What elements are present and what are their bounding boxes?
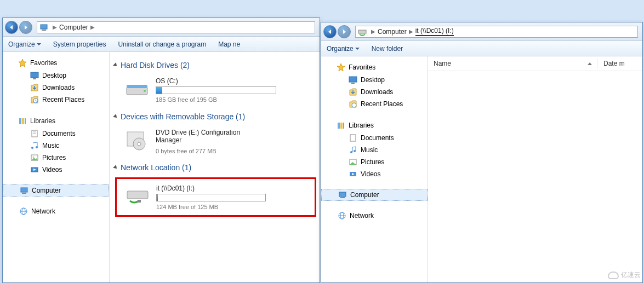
hdd-icon <box>124 77 150 99</box>
breadcrumb-computer[interactable]: Computer <box>378 28 407 36</box>
sidebar-item-music[interactable]: Music <box>321 144 428 156</box>
sidebar-item-label: Documents <box>42 130 76 137</box>
highlight-box: it (\\Dc01) (I:) 124 MB free of 125 MB <box>115 177 316 217</box>
body: Favorites Desktop Downloads Recent Place… <box>321 56 642 282</box>
music-icon <box>30 141 39 150</box>
address-bar[interactable]: ▶ Computer ▶ <box>37 21 315 33</box>
videos-icon <box>30 165 39 174</box>
sidebar-item-pictures[interactable]: Pictures <box>321 156 428 168</box>
videos-icon <box>349 170 357 178</box>
desktop-icon <box>349 76 357 84</box>
drive-network-i[interactable]: it (\\Dc01) (I:) 124 MB free of 125 MB <box>119 182 312 212</box>
sidebar-item-downloads[interactable]: Downloads <box>321 86 428 98</box>
sidebar-item-music[interactable]: Music <box>3 140 109 152</box>
sidebar-item-videos[interactable]: Videos <box>321 168 428 180</box>
libraries-icon <box>18 117 27 125</box>
sidebar-favorites[interactable]: Favorites <box>321 61 428 74</box>
music-icon <box>349 146 357 154</box>
column-name[interactable]: Name <box>428 59 598 68</box>
svg-rect-0 <box>41 25 47 29</box>
sidebar-item-recent[interactable]: Recent Places <box>3 94 109 106</box>
pictures-icon <box>349 158 357 166</box>
sidebar-item-network[interactable]: Network <box>3 205 109 217</box>
forward-button[interactable] <box>19 21 32 34</box>
back-button[interactable] <box>5 21 18 34</box>
network-icon <box>338 211 346 220</box>
sidebar-item-downloads[interactable]: Downloads <box>3 82 109 94</box>
svg-point-35 <box>352 103 356 107</box>
drive-dvd-e[interactable]: DVD Drive (E:) Configuration Manager 0 b… <box>113 126 316 160</box>
svg-rect-34 <box>351 83 355 84</box>
uninstall-button[interactable]: Uninstall or change a program <box>118 41 206 48</box>
forward-button[interactable] <box>338 25 351 38</box>
watermark: 亿速云 <box>608 270 641 280</box>
sidebar-item-pictures[interactable]: Pictures <box>3 152 109 164</box>
sidebar-item-label: Network <box>350 212 374 220</box>
svg-marker-32 <box>337 63 345 71</box>
svg-rect-30 <box>138 200 141 203</box>
drive-free: 124 MB free of 125 MB <box>156 204 218 210</box>
sidebar: Favorites Desktop Downloads Recent Place… <box>321 56 428 282</box>
address-bar[interactable]: ▶ Computer ▶ it (\\Dc01) (I:) <box>355 26 638 38</box>
documents-icon <box>349 134 357 142</box>
collapse-icon <box>113 62 118 68</box>
organize-menu[interactable]: Organize <box>8 41 41 48</box>
libraries-icon <box>337 121 345 130</box>
downloads-icon <box>349 88 357 96</box>
drive-name: OS (C:) <box>156 77 276 85</box>
nav-bar: ▶ Computer ▶ it (\\Dc01) (I:) <box>321 22 642 41</box>
sidebar-item-label: Desktop <box>361 76 385 84</box>
sidebar-label: Favorites <box>30 59 57 67</box>
sidebar-item-computer[interactable]: Computer <box>3 184 109 197</box>
sidebar-item-recent[interactable]: Recent Places <box>321 98 428 110</box>
sidebar-item-label: Music <box>42 142 59 149</box>
downloads-icon <box>30 83 39 92</box>
svg-rect-38 <box>343 123 344 129</box>
sidebar-item-documents[interactable]: Documents <box>3 128 109 140</box>
sidebar-libraries[interactable]: Libraries <box>3 114 109 128</box>
map-drive-button[interactable]: Map ne <box>218 41 240 48</box>
svg-point-28 <box>138 142 141 146</box>
pictures-icon <box>30 153 39 162</box>
computer-icon <box>39 23 48 32</box>
sidebar-item-desktop[interactable]: Desktop <box>321 74 428 86</box>
content-pane: Hard Disk Drives (2) OS (C:) 185 GB free… <box>110 52 320 282</box>
back-button[interactable] <box>323 25 337 38</box>
drive-name: DVD Drive (E:) Configuration Manager <box>156 129 265 144</box>
sidebar-item-videos[interactable]: Videos <box>3 164 109 176</box>
watermark-text: 亿速云 <box>621 270 641 280</box>
column-date[interactable]: Date m <box>598 59 642 68</box>
drive-free: 0 bytes free of 277 MB <box>156 148 265 154</box>
recent-icon <box>349 100 357 108</box>
sidebar-item-desktop[interactable]: Desktop <box>3 70 109 82</box>
category-hdd[interactable]: Hard Disk Drives (2) <box>114 61 316 70</box>
svg-rect-46 <box>340 197 345 198</box>
sidebar-item-label: Network <box>31 207 55 215</box>
star-icon <box>337 63 345 72</box>
svg-rect-8 <box>25 118 26 124</box>
new-folder-button[interactable]: New folder <box>372 45 403 53</box>
organize-menu[interactable]: Organize <box>327 45 360 53</box>
sidebar: Favorites Desktop Downloads Recent Place… <box>3 52 110 282</box>
sidebar-item-network[interactable]: Network <box>321 210 428 222</box>
breadcrumb-current[interactable]: it (\\Dc01) (I:) <box>415 27 454 36</box>
category-network-loc[interactable]: Network Location (1) <box>114 163 316 172</box>
svg-rect-19 <box>22 193 26 194</box>
svg-rect-6 <box>19 118 21 124</box>
drive-os-c[interactable]: OS (C:) 185 GB free of 195 GB <box>113 75 316 109</box>
sidebar-item-documents[interactable]: Documents <box>321 132 428 144</box>
svg-rect-45 <box>339 192 346 197</box>
sidebar-favorites[interactable]: Favorites <box>3 56 109 70</box>
category-removable[interactable]: Devices with Removable Storage (1) <box>114 112 316 121</box>
sidebar-item-computer[interactable]: Computer <box>321 189 428 201</box>
system-properties-button[interactable]: System properties <box>53 41 106 48</box>
category-title: Hard Disk Drives (2) <box>121 61 190 70</box>
sidebar-label: Libraries <box>30 117 55 125</box>
sidebar-item-label: Downloads <box>42 84 75 91</box>
sidebar-libraries[interactable]: Libraries <box>321 119 428 132</box>
storage-bar <box>156 194 266 201</box>
sidebar-item-label: Recent Places <box>42 96 84 103</box>
sidebar-item-label: Computer <box>350 191 379 199</box>
network-drive-icon <box>124 184 151 206</box>
breadcrumb-computer[interactable]: Computer <box>59 24 88 31</box>
